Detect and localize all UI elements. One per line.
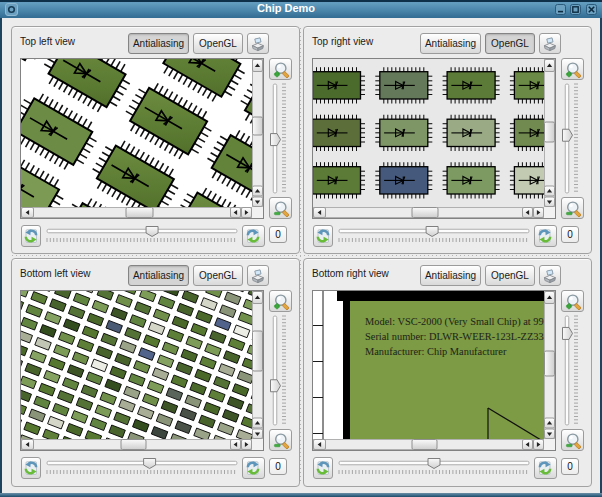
svg-text:Serial number: DLWR-WEER-123L-: Serial number: DLWR-WEER-123L-ZZ33-SDSJ: [365, 331, 544, 342]
svg-text:Model: VSC-2000 (Very Small Ch: Model: VSC-2000 (Very Small Chip) at 99x…: [365, 316, 544, 328]
svg-text:Manufacturer: Chip Manufacture: Manufacturer: Chip Manufacturer: [365, 346, 507, 357]
